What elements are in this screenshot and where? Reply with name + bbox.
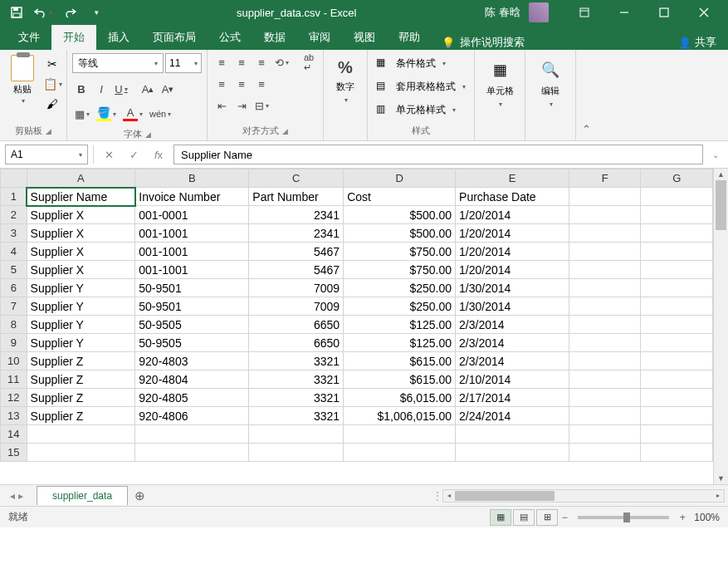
scroll-down-icon[interactable]: ▼: [714, 473, 728, 484]
share-button[interactable]: 👤 共享: [667, 35, 728, 50]
cell[interactable]: 50-9501: [135, 279, 249, 297]
merge-button[interactable]: ⊟▾: [252, 96, 271, 115]
cell[interactable]: Supplier Z: [27, 389, 135, 407]
cell[interactable]: 1/20/2014: [456, 224, 569, 243]
column-header[interactable]: B: [135, 169, 249, 188]
format-as-table-button[interactable]: ▤套用表格格式▾: [373, 76, 469, 96]
align-left-button[interactable]: ≡: [213, 75, 231, 93]
tab-data[interactable]: 数据: [252, 25, 297, 50]
cell[interactable]: 2/17/2014: [456, 389, 569, 407]
close-button[interactable]: [685, 0, 723, 25]
tab-home[interactable]: 开始: [51, 25, 96, 50]
column-header[interactable]: A: [27, 169, 135, 188]
cell[interactable]: 3321: [249, 407, 344, 425]
cell[interactable]: [569, 370, 641, 389]
page-break-view-button[interactable]: ⊞: [536, 509, 558, 526]
cell[interactable]: 1/30/2014: [456, 279, 569, 297]
qat-customize-button[interactable]: ▾: [85, 2, 108, 23]
cell[interactable]: [641, 206, 713, 224]
cell[interactable]: [641, 370, 713, 389]
tab-insert[interactable]: 插入: [96, 25, 141, 50]
sheet-tab[interactable]: supplier_data: [37, 486, 128, 505]
borders-button[interactable]: ▦▾: [72, 105, 92, 123]
cell[interactable]: $500.00: [344, 206, 456, 224]
cell[interactable]: Supplier Name: [27, 188, 135, 206]
cell[interactable]: $750.00: [344, 243, 456, 261]
insert-function-button[interactable]: fx: [149, 145, 169, 164]
cell[interactable]: Supplier Y: [27, 279, 135, 297]
cell[interactable]: $125.00: [344, 316, 456, 334]
editing-button[interactable]: 🔍 编辑 ▾: [530, 53, 570, 135]
row-header[interactable]: 12: [1, 389, 27, 407]
cell[interactable]: 920-4803: [135, 352, 249, 370]
align-middle-button[interactable]: ≡: [232, 53, 251, 71]
fill-color-button[interactable]: 🪣▾: [94, 105, 119, 123]
number-format-button[interactable]: % 数字 ▾: [329, 53, 362, 135]
cell[interactable]: Supplier Y: [27, 316, 135, 334]
formula-input[interactable]: Supplier Name: [173, 145, 703, 164]
cell[interactable]: [135, 444, 249, 462]
undo-button[interactable]: ▾: [32, 2, 55, 23]
row-header[interactable]: 3: [1, 224, 27, 243]
cell[interactable]: 001-0001: [135, 206, 249, 224]
cell[interactable]: [569, 425, 641, 444]
orientation-button[interactable]: ⟲▾: [272, 53, 291, 71]
cell[interactable]: [456, 425, 569, 444]
cell[interactable]: [569, 407, 641, 425]
cell[interactable]: 1/20/2014: [456, 206, 569, 224]
cell[interactable]: 2/10/2014: [456, 370, 569, 389]
cell[interactable]: 50-9505: [135, 316, 249, 334]
tab-formulas[interactable]: 公式: [208, 25, 252, 50]
cell[interactable]: Invoice Number: [135, 188, 249, 206]
tab-file[interactable]: 文件: [7, 25, 51, 50]
cell[interactable]: [641, 334, 713, 352]
cell[interactable]: [641, 389, 713, 407]
cell[interactable]: $1,006,015.00: [344, 407, 456, 425]
font-size-select[interactable]: 11▾: [165, 53, 202, 73]
font-color-button[interactable]: A▾: [120, 105, 145, 123]
cell[interactable]: [569, 389, 641, 407]
cell[interactable]: [641, 188, 713, 206]
cell[interactable]: Purchase Date: [456, 188, 569, 206]
phonetic-button[interactable]: wén▾: [147, 105, 173, 123]
column-header[interactable]: E: [456, 169, 569, 188]
cell[interactable]: Supplier X: [27, 224, 135, 243]
cut-button[interactable]: ✂: [43, 56, 61, 71]
cell[interactable]: [249, 425, 344, 444]
cell[interactable]: 2/24/2014: [456, 407, 569, 425]
cell[interactable]: Supplier Y: [27, 334, 135, 352]
cell[interactable]: 2341: [249, 206, 344, 224]
underline-button[interactable]: U▾: [112, 80, 130, 98]
decrease-font-button[interactable]: A▾: [159, 80, 177, 98]
cell[interactable]: $6,015.00: [344, 389, 456, 407]
zoom-level[interactable]: 100%: [694, 512, 720, 523]
row-header[interactable]: 15: [1, 444, 27, 462]
cell[interactable]: [641, 243, 713, 261]
tell-me-search[interactable]: 💡 操作说明搜索: [432, 35, 535, 50]
bold-button[interactable]: B: [72, 80, 90, 98]
cell[interactable]: 3321: [249, 352, 344, 370]
cell[interactable]: [135, 425, 249, 444]
cell[interactable]: 920-4804: [135, 370, 249, 389]
cell[interactable]: Supplier Y: [27, 297, 135, 316]
avatar[interactable]: [529, 2, 549, 22]
cell[interactable]: 5467: [249, 261, 344, 279]
collapse-ribbon-button[interactable]: ⌃: [576, 50, 596, 140]
decrease-indent-button[interactable]: ⇤: [213, 96, 231, 115]
cell[interactable]: 2/3/2014: [456, 316, 569, 334]
cell[interactable]: 50-9505: [135, 334, 249, 352]
row-header[interactable]: 11: [1, 370, 27, 389]
tab-review[interactable]: 审阅: [297, 25, 342, 50]
cell[interactable]: [569, 224, 641, 243]
cell[interactable]: 50-9501: [135, 297, 249, 316]
row-header[interactable]: 4: [1, 243, 27, 261]
cell[interactable]: [569, 297, 641, 316]
cell[interactable]: [569, 279, 641, 297]
column-header[interactable]: G: [641, 169, 713, 188]
horizontal-scrollbar[interactable]: ◂ ▸: [442, 489, 725, 503]
cell[interactable]: [569, 352, 641, 370]
align-top-button[interactable]: ≡: [213, 53, 231, 71]
increase-font-button[interactable]: A▴: [139, 80, 157, 98]
cell[interactable]: 1/20/2014: [456, 243, 569, 261]
worksheet-table[interactable]: ABCDEFG1Supplier NameInvoice NumberPart …: [0, 169, 713, 462]
